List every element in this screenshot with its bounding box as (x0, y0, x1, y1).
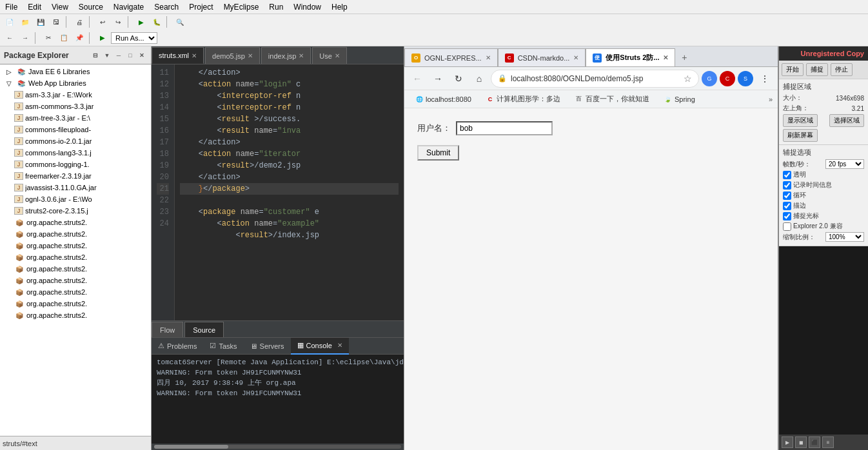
menu-search[interactable]: Search (149, 1, 184, 13)
tb-search[interactable]: 🔍 (173, 15, 187, 28)
tab-problems[interactable]: ⚠ Problems (152, 338, 203, 355)
fps-select[interactable]: 20 fps (825, 159, 864, 169)
browser-tab-csdn[interactable]: C CSDN-markdo... ✕ (498, 48, 586, 66)
right-action-icon-1[interactable]: ▶ (782, 436, 793, 448)
list-item[interactable]: J asm-3.3.jar - E:\Work (1, 89, 150, 101)
tab-demo5-jsp[interactable]: demo5.jsp ✕ (205, 47, 260, 64)
tb-debug[interactable]: 🐛 (150, 15, 164, 28)
menu-edit[interactable]: Edit (23, 1, 46, 13)
tree-java-ee-libs[interactable]: ▷ 📚 Java EE 6 Libraries (1, 66, 150, 77)
horizontal-scrollbar[interactable] (152, 444, 404, 450)
minimize-icon[interactable]: ─ (113, 50, 124, 61)
list-item[interactable]: J asm-commons-3.3.jar (1, 101, 150, 112)
ext-btn-2[interactable]: C (720, 71, 735, 86)
address-bar[interactable]: 🔒 localhost:8080/OGNLDemo/demo5.jsp ☆ (491, 70, 699, 88)
tab-close-icon[interactable]: ✕ (248, 52, 253, 59)
right-action-icon-3[interactable]: ⬛ (809, 436, 820, 448)
border-checkbox[interactable] (783, 202, 791, 210)
bookmark-localhost[interactable]: 🌐 localhost:8080 (409, 92, 477, 106)
menu-source[interactable]: Source (74, 1, 108, 13)
tab-close-icon[interactable]: ✕ (192, 52, 197, 59)
tb-run2[interactable]: ▶ (95, 32, 110, 44)
browser-tab-close-icon[interactable]: ✕ (486, 54, 491, 61)
menu-file[interactable]: File (0, 1, 23, 13)
menu-project[interactable]: Project (184, 1, 218, 13)
menu-view[interactable]: View (46, 1, 74, 13)
code-editor[interactable]: 11 12 13 14 15 16 17 18 19 20 21 22 23 2… (152, 64, 404, 320)
tab-flow[interactable]: Flow (152, 322, 183, 337)
tb-open[interactable]: 📁 (18, 15, 32, 28)
scrollbar-thumb[interactable] (154, 445, 228, 449)
tb-cut[interactable]: ✂ (41, 32, 55, 44)
menu-navigate[interactable]: Navigate (108, 1, 149, 13)
tb-run-select[interactable]: Run As... (111, 32, 157, 44)
close-icon[interactable]: ✕ (137, 50, 147, 61)
username-input[interactable] (456, 121, 553, 135)
tb-print[interactable]: 🖨 (72, 15, 86, 28)
tb-redo[interactable]: ↪ (111, 15, 125, 28)
console-close-icon[interactable]: ✕ (337, 342, 342, 349)
transparent-checkbox[interactable] (783, 171, 791, 179)
tab-index-jsp[interactable]: index.jsp ✕ (261, 47, 311, 64)
menu-window[interactable]: Window (288, 1, 326, 13)
tab-console[interactable]: ▦ Console ✕ (291, 338, 349, 355)
explorer-compat-checkbox[interactable] (783, 222, 791, 231)
ext-btn-1[interactable]: G (702, 71, 717, 86)
loop-checkbox[interactable] (783, 191, 791, 200)
list-item[interactable]: 📦 org.apache.struts2. (1, 217, 150, 228)
tab-source[interactable]: Source (184, 322, 224, 337)
view-menu-icon[interactable]: ▼ (102, 50, 112, 61)
browser-tab-ognl[interactable]: O OGNL-EXPRES... ✕ (404, 48, 498, 66)
bookmark-csdn[interactable]: C 计算机图形学：多边 (480, 92, 566, 106)
tab-struts-xml[interactable]: struts.xml ✕ (152, 47, 204, 64)
code-text[interactable]: </action> <action name="login" c <interc… (175, 64, 404, 320)
stop-button[interactable]: 停止 (831, 63, 853, 76)
menu-myeclipse[interactable]: MyEclipse (219, 1, 264, 13)
reload-button[interactable]: ↻ (449, 70, 468, 88)
back-button[interactable]: ← (408, 70, 426, 88)
refresh-button[interactable]: 刷新屏幕 (783, 129, 818, 142)
list-item[interactable]: 📦 org.apache.struts2. (1, 228, 150, 240)
list-item[interactable]: 📦 org.apache.struts2. (1, 286, 150, 298)
tab-close-icon[interactable]: ✕ (299, 52, 304, 59)
list-item[interactable]: 📦 org.apache.struts2. (1, 275, 150, 286)
list-item[interactable]: J commons-fileupload- (1, 124, 150, 135)
list-item[interactable]: J commons-logging-1. (1, 159, 150, 170)
list-item[interactable]: J commons-io-2.0.1.jar (1, 135, 150, 147)
home-button[interactable]: ⌂ (470, 70, 488, 88)
tb-save[interactable]: 💾 (34, 15, 48, 28)
list-item[interactable]: J struts2-core-2.3.15.j (1, 205, 150, 217)
tb-undo[interactable]: ↩ (95, 15, 110, 28)
tab-close-icon[interactable]: ✕ (335, 52, 340, 59)
tb-copy[interactable]: 📋 (57, 32, 71, 44)
right-action-icon-2[interactable]: ◼ (795, 436, 807, 448)
list-item[interactable]: J asm-tree-3.3.jar - E:\ (1, 112, 150, 124)
list-item[interactable]: 📦 org.apache.struts2. (1, 263, 150, 275)
tb-save-all[interactable]: 🖫 (49, 15, 63, 28)
submit-button[interactable]: Submit (417, 145, 459, 161)
list-item[interactable]: J ognl-3.0.6.jar - E:\Wo (1, 193, 150, 205)
display-area-button[interactable]: 显示区域 (783, 114, 818, 127)
tb-run[interactable]: ▶ (134, 15, 148, 28)
scale-select[interactable]: 100% (825, 232, 864, 242)
list-item[interactable]: 📦 org.apache.struts2. (1, 251, 150, 263)
tab-tasks[interactable]: ☑ Tasks (203, 338, 243, 355)
tree-web-app-libs[interactable]: ▽ 📚 Web App Libraries (1, 77, 150, 89)
browser-tab-struts[interactable]: 使 使用Struts 2防... ✕ (586, 48, 675, 66)
record-time-checkbox[interactable] (783, 181, 791, 190)
list-item[interactable]: 📦 org.apache.struts2. (1, 240, 150, 251)
more-button[interactable]: ⋮ (756, 70, 774, 88)
tb-back[interactable]: ← (3, 32, 17, 44)
browser-add-tab-button[interactable]: + (675, 48, 693, 66)
tab-use[interactable]: Use ✕ (312, 47, 347, 64)
tb-paste[interactable]: 📌 (72, 32, 86, 44)
list-item[interactable]: 📦 org.apache.struts2. (1, 309, 150, 321)
bookmarks-more-icon[interactable]: » (769, 95, 773, 103)
list-item[interactable]: J commons-lang3-3.1.j (1, 147, 150, 159)
list-item[interactable]: J javassist-3.11.0.GA.jar (1, 182, 150, 193)
capture-button[interactable]: 捕捉 (806, 63, 828, 76)
forward-button[interactable]: → (429, 70, 447, 88)
bookmark-baidu[interactable]: 百 百度一下，你就知道 (569, 92, 655, 106)
start-button[interactable]: 开始 (782, 63, 804, 76)
ext-btn-3[interactable]: S (738, 71, 753, 86)
